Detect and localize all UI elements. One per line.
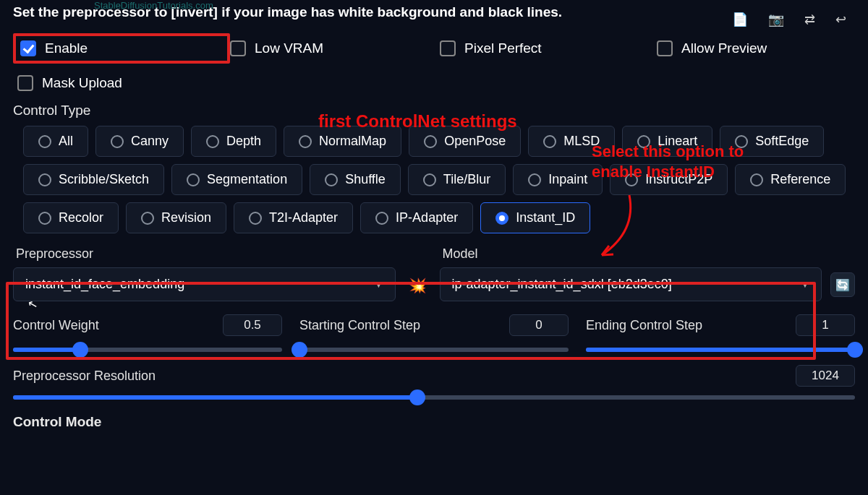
control-type-reference[interactable]: Reference — [735, 164, 846, 195]
radio-icon — [528, 173, 541, 186]
model-value: ip-adapter_instant_id_sdxl [eb2d3ec0] — [452, 277, 672, 292]
enable-checkbox[interactable] — [20, 40, 36, 56]
radio-label: All — [59, 134, 73, 149]
radio-label: Revision — [161, 210, 211, 225]
control-mode-label: Control Mode — [13, 400, 855, 437]
radio-label: Reference — [770, 172, 830, 187]
end-step-label: Ending Control Step — [586, 318, 702, 333]
control-type-scribble-sketch[interactable]: Scribble/Sketch — [23, 164, 164, 195]
preprocessor-label: Preprocessor — [13, 246, 396, 262]
radio-icon — [375, 212, 388, 225]
control-weight-slider: Control Weight 0.5 — [13, 314, 282, 352]
slider-thumb[interactable] — [292, 342, 307, 358]
radio-icon — [423, 173, 436, 186]
radio-label: NormalMap — [319, 134, 386, 149]
pre-res-label: Preprocessor Resolution — [13, 369, 156, 384]
radio-label: Segmentation — [207, 172, 287, 187]
start-step-label: Starting Control Step — [299, 318, 420, 333]
radio-icon — [111, 135, 124, 148]
preprocessor-dropdown[interactable]: instant_id_face_embedding ▼ — [13, 267, 396, 301]
radio-icon — [38, 173, 51, 186]
control-type-depth[interactable]: Depth — [191, 126, 276, 157]
control-type-canny[interactable]: Canny — [95, 126, 184, 157]
camera-icon[interactable]: 📷 — [768, 12, 784, 27]
low-vram-label: Low VRAM — [255, 40, 323, 56]
end-step-track[interactable] — [586, 348, 855, 352]
mask-upload-checkbox[interactable] — [17, 75, 33, 91]
control-type-revision[interactable]: Revision — [126, 202, 226, 233]
radio-label: Tile/Blur — [443, 172, 490, 187]
dropdown-row: Preprocessor instant_id_face_embedding ▼… — [13, 242, 855, 311]
control-weight-value[interactable]: 0.5 — [223, 314, 282, 336]
control-type-instant-id[interactable]: Instant_ID — [480, 202, 590, 233]
preprocessor-column: Preprocessor instant_id_face_embedding ▼ — [13, 246, 396, 301]
return-icon[interactable]: ↩ — [835, 12, 846, 27]
control-type-all[interactable]: All — [23, 126, 88, 157]
start-step-value[interactable]: 0 — [509, 314, 569, 336]
enable-group: Enable — [13, 33, 230, 64]
allow-preview-checkbox[interactable] — [657, 40, 673, 56]
radio-icon — [38, 212, 51, 225]
pixel-perfect-group: Pixel Perfect — [440, 40, 657, 56]
slider-thumb[interactable] — [409, 389, 425, 405]
pixel-perfect-checkbox[interactable] — [440, 40, 456, 56]
radio-label: Shuffle — [345, 172, 386, 187]
slider-thumb[interactable] — [847, 342, 863, 358]
control-type-inpaint[interactable]: Inpaint — [513, 164, 603, 195]
model-column: Model ip-adapter_instant_id_sdxl [eb2d3e… — [440, 246, 822, 301]
control-type-t2i-adapter[interactable]: T2I-Adapter — [234, 202, 353, 233]
refresh-models-button[interactable]: 🔄 — [830, 272, 855, 297]
radio-icon — [750, 173, 763, 186]
control-type-segmentation[interactable]: Segmentation — [171, 164, 302, 195]
radio-label: T2I-Adapter — [269, 210, 338, 225]
pre-res-track[interactable] — [13, 395, 855, 400]
enable-label: Enable — [45, 40, 88, 56]
mask-upload-group: Mask Upload — [17, 75, 855, 91]
model-dropdown[interactable]: ip-adapter_instant_id_sdxl [eb2d3ec0] ▼ — [440, 267, 822, 301]
allow-preview-group: Allow Preview — [657, 40, 767, 56]
control-weight-label: Control Weight — [13, 318, 99, 333]
radio-label: SoftEdge — [755, 134, 809, 149]
control-type-ip-adapter[interactable]: IP-Adapter — [360, 202, 473, 233]
start-step-track[interactable] — [299, 348, 569, 352]
radio-label: Canny — [131, 134, 169, 149]
chevron-down-icon: ▼ — [375, 280, 383, 290]
control-weight-track[interactable] — [13, 348, 282, 352]
radio-icon — [495, 212, 509, 225]
radio-icon — [543, 135, 556, 148]
refresh-icon: 🔄 — [835, 278, 850, 292]
model-label: Model — [440, 246, 822, 262]
top-toolbar: 📄 📷 ⇄ ↩ — [732, 12, 846, 27]
chevron-down-icon: ▼ — [801, 280, 809, 290]
sliders-row: Control Weight 0.5 Starting Control Step… — [13, 311, 855, 352]
control-type-shuffle[interactable]: Shuffle — [310, 164, 401, 195]
annotation-note: Select this option toenable InstantID — [592, 142, 744, 181]
radio-icon — [141, 212, 154, 225]
control-type-tile-blur[interactable]: Tile/Blur — [408, 164, 506, 195]
radio-icon — [299, 135, 312, 148]
low-vram-checkbox[interactable] — [230, 40, 246, 56]
annotation-title: first ControlNet settings — [318, 111, 517, 132]
radio-label: Depth — [226, 134, 261, 149]
radio-label: Scribble/Sketch — [59, 172, 149, 187]
swap-icon[interactable]: ⇄ — [804, 12, 815, 27]
pre-res-value[interactable]: 1024 — [796, 365, 855, 387]
checkbox-row-1: Enable Low VRAM Pixel Perfect Allow Prev… — [13, 30, 855, 74]
document-icon[interactable]: 📄 — [732, 12, 748, 27]
end-step-value[interactable]: 1 — [796, 314, 855, 336]
radio-icon — [206, 135, 219, 148]
radio-icon — [187, 173, 200, 186]
radio-label: Inpaint — [548, 172, 587, 187]
preprocessor-resolution-row: Preprocessor Resolution 1024 — [13, 352, 855, 387]
control-type-recolor[interactable]: Recolor — [23, 202, 119, 233]
low-vram-group: Low VRAM — [230, 40, 440, 56]
start-step-slider: Starting Control Step 0 — [299, 314, 569, 352]
radio-label: OpenPose — [444, 134, 506, 149]
slider-thumb[interactable] — [72, 342, 88, 358]
checkbox-row-2: Mask Upload — [13, 74, 855, 98]
radio-label: Recolor — [59, 210, 103, 225]
run-preprocessor-icon[interactable]: 💥 — [404, 277, 431, 301]
mask-upload-label: Mask Upload — [42, 75, 122, 91]
radio-icon — [38, 135, 51, 148]
radio-icon — [424, 135, 437, 148]
